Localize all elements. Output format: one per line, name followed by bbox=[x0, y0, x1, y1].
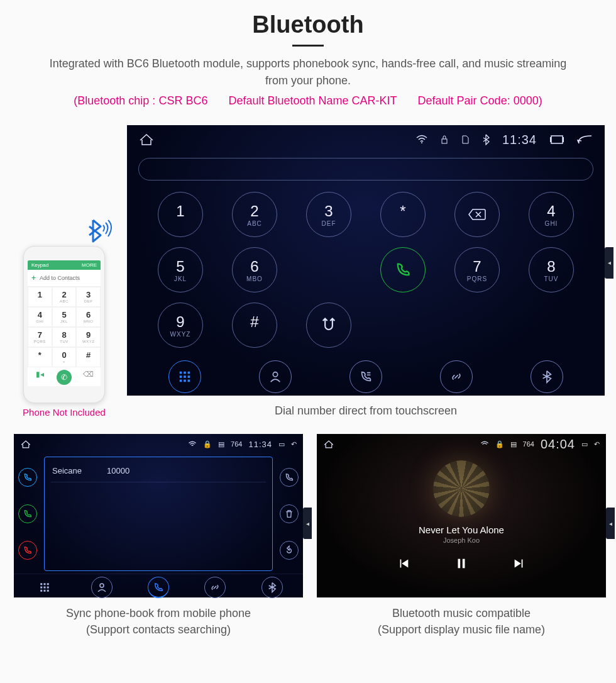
home-icon[interactable] bbox=[138, 133, 155, 147]
phone-key-2[interactable]: 2ABC bbox=[52, 287, 77, 307]
side-drawer-handle[interactable]: ◂ bbox=[606, 508, 615, 539]
svg-rect-6 bbox=[184, 372, 186, 374]
dial-key-3[interactable]: 3DEF bbox=[306, 192, 351, 237]
svg-point-14 bbox=[273, 372, 277, 377]
svg-rect-7 bbox=[188, 372, 190, 374]
lock-icon bbox=[441, 135, 448, 145]
divider bbox=[292, 45, 324, 47]
nav-contacts[interactable] bbox=[91, 577, 113, 598]
phone-key-5[interactable]: 5JKL bbox=[52, 307, 77, 327]
svg-rect-11 bbox=[180, 380, 182, 382]
add-to-contacts[interactable]: + Add to Contacts bbox=[28, 270, 101, 287]
svg-rect-12 bbox=[184, 380, 186, 382]
sync-button[interactable] bbox=[280, 541, 299, 560]
svg-point-24 bbox=[100, 584, 104, 587]
status-bar: 11:34 bbox=[127, 125, 605, 154]
nav-call-log[interactable] bbox=[148, 577, 169, 598]
phonebook-caption: Sync phone-book from mobile phone (Suppo… bbox=[14, 605, 303, 638]
backspace-icon[interactable]: ⌫ bbox=[76, 370, 101, 385]
home-icon[interactable] bbox=[20, 440, 31, 449]
recents-icon[interactable]: ▭ bbox=[278, 440, 285, 448]
nav-bluetooth[interactable] bbox=[261, 577, 283, 598]
nav-link[interactable] bbox=[204, 577, 226, 598]
svg-rect-21 bbox=[40, 590, 42, 592]
phone-key-3[interactable]: 3DEF bbox=[76, 287, 101, 307]
dial-key-9[interactable]: 9WXYZ bbox=[158, 303, 203, 348]
swap-button[interactable] bbox=[306, 303, 351, 348]
svg-rect-18 bbox=[40, 587, 42, 589]
backspace-button[interactable] bbox=[454, 192, 500, 237]
dial-key-#[interactable]: # bbox=[232, 303, 277, 348]
nav-call-log[interactable] bbox=[349, 360, 382, 393]
phone-key-4[interactable]: 4GHI bbox=[28, 307, 52, 327]
home-icon[interactable] bbox=[323, 440, 334, 449]
phone-key-0[interactable]: 0+ bbox=[52, 347, 77, 367]
phone-key-6[interactable]: 6MNO bbox=[76, 307, 101, 327]
nav-keypad[interactable] bbox=[168, 360, 201, 393]
nav-bluetooth[interactable] bbox=[531, 360, 563, 393]
clock: 04:04 bbox=[541, 437, 575, 452]
dial-key-1[interactable]: 1 bbox=[158, 192, 203, 237]
dial-button[interactable] bbox=[280, 468, 299, 487]
dial-key-6[interactable]: 6MBO bbox=[232, 247, 277, 292]
svg-rect-15 bbox=[40, 583, 42, 585]
call-button[interactable] bbox=[380, 247, 426, 292]
track-title: Never Let You Alone bbox=[419, 525, 504, 535]
phone-key-7[interactable]: 7PQRS bbox=[28, 327, 52, 347]
incoming-call-icon[interactable] bbox=[18, 468, 37, 487]
sd-card-icon: ▤ bbox=[218, 440, 224, 448]
phone-key-9[interactable]: 9WXYZ bbox=[76, 327, 101, 347]
dial-key-8[interactable]: 8TUV bbox=[529, 247, 574, 292]
side-drawer-handle[interactable]: ◂ bbox=[605, 247, 613, 279]
bluetooth-icon: 764 bbox=[523, 440, 534, 448]
svg-rect-26 bbox=[463, 559, 465, 569]
back-icon[interactable] bbox=[577, 134, 593, 145]
lock-icon: 🔒 bbox=[203, 440, 212, 448]
recents-icon[interactable] bbox=[549, 134, 564, 145]
svg-rect-13 bbox=[188, 380, 190, 382]
nav-contacts[interactable] bbox=[259, 360, 292, 393]
outgoing-call-icon[interactable] bbox=[18, 504, 37, 523]
music-screen: 🔒 ▤ 764 04:04 ▭ ↶ Never Let You Alone Jo… bbox=[317, 434, 606, 597]
back-icon[interactable]: ↶ bbox=[594, 440, 600, 448]
dial-key-7[interactable]: 7PQRS bbox=[454, 247, 500, 292]
dialer-caption: Dial number direct from touchscreen bbox=[127, 404, 605, 418]
side-drawer-handle[interactable]: ◂ bbox=[303, 508, 312, 539]
clock: 11:34 bbox=[502, 133, 537, 147]
phone-caption: Phone Not Included bbox=[11, 407, 117, 418]
contact-row[interactable]: Seicane 10000 bbox=[51, 464, 266, 482]
phone-key-#[interactable]: # bbox=[76, 347, 101, 367]
dial-key-4[interactable]: 4GHI bbox=[529, 192, 574, 237]
next-track-button[interactable] bbox=[512, 557, 526, 570]
nav-link[interactable] bbox=[440, 360, 473, 393]
nav-keypad[interactable] bbox=[34, 577, 55, 598]
svg-rect-20 bbox=[47, 587, 49, 589]
recents-icon[interactable]: ▭ bbox=[581, 440, 588, 448]
svg-rect-10 bbox=[188, 375, 190, 378]
phone-mockup: Keypad MORE + Add to Contacts 12ABC3DEF4… bbox=[23, 246, 105, 403]
album-art bbox=[433, 460, 490, 517]
dial-key-*[interactable]: * bbox=[380, 192, 426, 237]
number-input[interactable] bbox=[138, 158, 593, 180]
dial-key-5[interactable]: 5JKL bbox=[158, 247, 203, 292]
prev-track-button[interactable] bbox=[397, 557, 410, 570]
phone-key-8[interactable]: 8TUV bbox=[52, 327, 77, 347]
missed-call-icon[interactable] bbox=[18, 541, 37, 560]
video-call-icon[interactable]: ▮◂ bbox=[28, 370, 52, 385]
phone-key-*[interactable]: * bbox=[28, 347, 52, 367]
phone-key-1[interactable]: 1 bbox=[28, 287, 52, 307]
svg-point-0 bbox=[421, 142, 422, 143]
status-bar-music: 🔒 ▤ 764 04:04 ▭ ↶ bbox=[317, 434, 606, 454]
svg-rect-3 bbox=[550, 137, 551, 142]
phone-tab-keypad: Keypad bbox=[31, 262, 48, 268]
contact-name: Seicane bbox=[52, 466, 82, 475]
bt-name: Default Bluetooth Name CAR-KIT bbox=[228, 94, 397, 107]
back-icon[interactable]: ↶ bbox=[291, 440, 297, 448]
wifi-icon bbox=[188, 441, 197, 448]
delete-button[interactable] bbox=[280, 504, 299, 523]
contact-list[interactable]: Seicane 10000 bbox=[44, 457, 273, 571]
call-button[interactable]: ✆ bbox=[52, 370, 77, 385]
subtitle: Integrated with BC6 Bluetooth module, su… bbox=[0, 55, 616, 93]
dial-key-2[interactable]: 2ABC bbox=[232, 192, 277, 237]
play-pause-button[interactable] bbox=[454, 557, 468, 570]
